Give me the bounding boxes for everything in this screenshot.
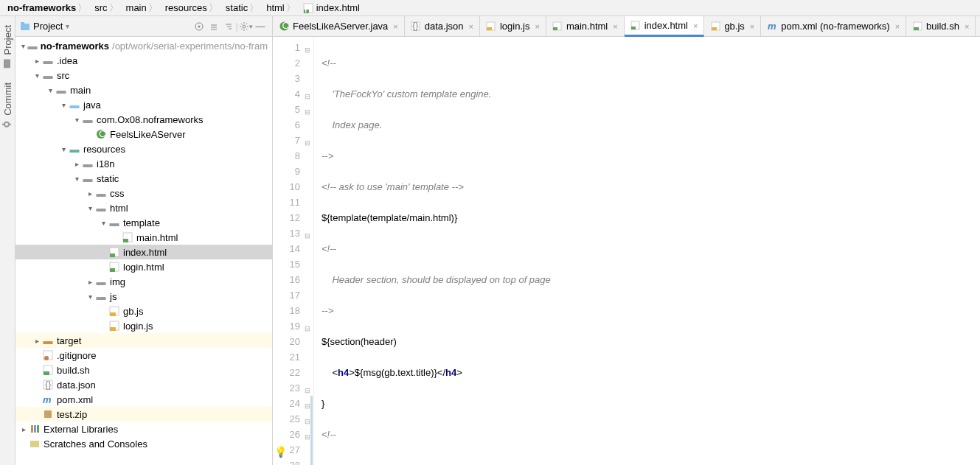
tree-buildsh[interactable]: build.sh xyxy=(15,363,272,377)
tree-i18n[interactable]: ▸▬i18n xyxy=(15,156,272,171)
tree-gbjs[interactable]: gb.js xyxy=(15,304,272,318)
expand-all-button[interactable] xyxy=(206,19,221,34)
close-icon[interactable]: × xyxy=(693,21,698,30)
svg-rect-31 xyxy=(44,410,52,418)
svg-rect-8 xyxy=(21,22,24,24)
svg-rect-47 xyxy=(712,27,717,30)
tree-root[interactable]: ▾▬no-frameworks/opt/work/serial-experime… xyxy=(15,38,272,53)
project-icon xyxy=(20,21,30,32)
close-icon[interactable]: × xyxy=(750,22,754,31)
crumb-file[interactable]: H index.html xyxy=(300,2,363,13)
intention-bulb-icon[interactable]: 💡 xyxy=(274,444,287,460)
scratches-icon xyxy=(29,438,41,450)
sh-file-icon xyxy=(912,21,922,32)
svg-rect-50 xyxy=(914,27,919,30)
tree-js[interactable]: ▾▬js xyxy=(15,289,272,304)
maven-icon: m xyxy=(42,394,54,405)
code-area[interactable]: <!-- 'TheFockYo' custom template engine.… xyxy=(314,37,980,465)
tab-indexhtml[interactable]: index.html× xyxy=(625,16,705,37)
tree-testzip[interactable]: test.zip xyxy=(15,407,272,422)
folder-icon: ▬ xyxy=(95,290,107,302)
tree-template[interactable]: ▾▬template xyxy=(15,215,272,230)
tab-mainhtml[interactable]: main.html× xyxy=(546,16,625,36)
folder-icon: ▬ xyxy=(95,202,107,214)
close-icon[interactable]: × xyxy=(965,22,969,31)
tree-css[interactable]: ▸▬css xyxy=(15,186,272,200)
hide-button[interactable]: — xyxy=(253,19,268,34)
tree-mainhtml[interactable]: main.html xyxy=(15,230,272,245)
gitignore-icon xyxy=(42,349,54,361)
tab-feelslikeaserver[interactable]: CFeelsLikeAServer.java× xyxy=(273,16,405,36)
svg-point-4 xyxy=(4,122,9,127)
resources-folder-icon: ▬ xyxy=(69,143,80,155)
html-file-icon xyxy=(552,21,563,32)
svg-text:m: m xyxy=(768,21,776,31)
rail-project-tab[interactable]: Project xyxy=(1,21,15,72)
close-icon[interactable]: × xyxy=(469,22,473,31)
crumb-main[interactable]: main〉 xyxy=(123,1,162,15)
crumb-html[interactable]: html〉 xyxy=(263,1,300,15)
folder-icon: ▬ xyxy=(82,172,94,184)
tree-img[interactable]: ▸▬img xyxy=(15,274,272,289)
line-gutter[interactable]: ⊟ ⊟ ⊟ ⊟ ⊟ ⊟ ⊟ ⊟ ⊟ ⊟ 💡 123456789101112131… xyxy=(273,37,314,465)
left-tool-rail: Project Commit xyxy=(0,16,15,465)
html-file-icon xyxy=(108,261,120,273)
tree-package[interactable]: ▾▬com.Ox08.noframeworks xyxy=(15,112,272,127)
tree-target[interactable]: ▸▬target xyxy=(15,333,272,348)
tree-java[interactable]: ▾▬java xyxy=(15,97,272,112)
source-folder-icon: ▬ xyxy=(69,99,80,111)
tab-gbjs[interactable]: gb.js× xyxy=(704,16,761,36)
folder-icon: ▬ xyxy=(82,158,94,169)
crumb-resources[interactable]: resources〉 xyxy=(162,1,223,15)
java-class-icon: C xyxy=(279,21,289,32)
tree-static[interactable]: ▾▬static xyxy=(15,171,272,186)
tab-buildsh[interactable]: build.sh× xyxy=(906,16,976,36)
tree-indexhtml[interactable]: index.html xyxy=(15,245,272,259)
tree-idea[interactable]: ▸▬.idea xyxy=(15,53,272,68)
tree-class[interactable]: CFeelsLikeAServer xyxy=(15,127,272,141)
close-icon[interactable]: × xyxy=(535,22,539,31)
js-file-icon xyxy=(486,21,496,32)
editor-body[interactable]: ⊟ ⊟ ⊟ ⊟ ⊟ ⊟ ⊟ ⊟ ⊟ ⊟ 💡 123456789101112131… xyxy=(273,37,980,465)
svg-rect-19 xyxy=(110,268,115,272)
crumb-static[interactable]: static〉 xyxy=(223,1,263,15)
rail-commit-tab[interactable]: Commit xyxy=(1,78,15,133)
tree-loginhtml[interactable]: login.html xyxy=(15,259,272,274)
folder-icon: ▬ xyxy=(108,217,120,228)
tree-html[interactable]: ▾▬html xyxy=(15,200,272,215)
locate-file-button[interactable] xyxy=(192,19,206,34)
svg-text:H: H xyxy=(305,4,311,13)
tree-scratches[interactable]: Scratches and Consoles xyxy=(15,436,272,451)
close-icon[interactable]: × xyxy=(393,22,397,31)
svg-text:m: m xyxy=(43,394,52,405)
sh-file-icon xyxy=(42,364,54,376)
tree-extlib[interactable]: ▸External Libraries xyxy=(15,422,272,436)
svg-rect-3 xyxy=(4,59,10,68)
html-file-icon xyxy=(630,21,641,31)
tab-pomxml[interactable]: mpom.xml (no-frameworks)× xyxy=(761,16,906,36)
crumb-src[interactable]: src〉 xyxy=(91,1,122,15)
tree-gitignore[interactable]: .gitignore xyxy=(15,348,272,363)
settings-button[interactable]: ▾ xyxy=(238,19,253,34)
close-icon[interactable]: × xyxy=(895,22,900,31)
svg-rect-45 xyxy=(631,27,636,29)
collapse-all-button[interactable] xyxy=(221,19,236,34)
crumb-root[interactable]: no-frameworks〉 xyxy=(4,1,91,15)
svg-rect-34 xyxy=(37,425,39,433)
close-icon[interactable]: × xyxy=(613,22,617,31)
tree-src[interactable]: ▾▬src xyxy=(15,68,272,83)
project-view-selector[interactable]: Project ▾ xyxy=(20,21,69,32)
tree-resources[interactable]: ▾▬resources xyxy=(15,141,272,156)
tree-pomxml[interactable]: mpom.xml xyxy=(15,392,272,407)
tree-main[interactable]: ▾▬main xyxy=(15,83,272,97)
svg-rect-41 xyxy=(487,27,492,30)
svg-text:{}: {} xyxy=(45,380,52,390)
project-header: Project ▾ | ▾ — xyxy=(15,16,272,37)
module-icon: ▬ xyxy=(27,40,38,52)
tab-datajson[interactable]: {}data.json× xyxy=(405,16,480,36)
svg-rect-21 xyxy=(110,312,116,316)
tree-loginjs[interactable]: login.js xyxy=(15,318,272,333)
tab-loginjs[interactable]: login.js× xyxy=(480,16,546,36)
tree-datajson[interactable]: {}data.json xyxy=(15,377,272,392)
project-tree[interactable]: ▾▬no-frameworks/opt/work/serial-experime… xyxy=(15,37,272,465)
